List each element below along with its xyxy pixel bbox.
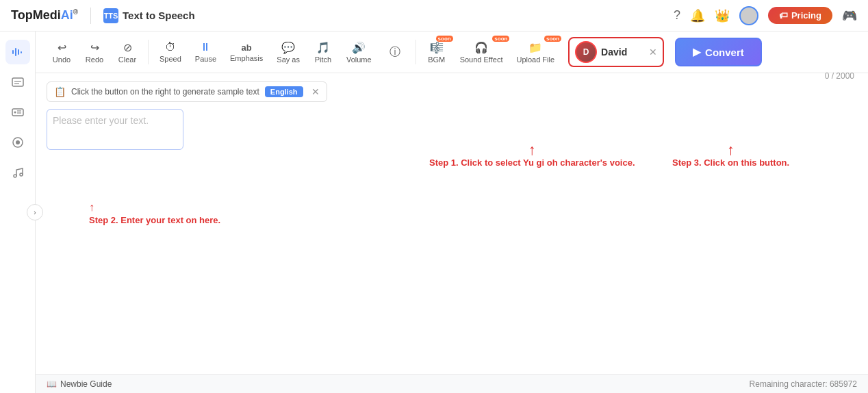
sidebar-item-voucher[interactable] xyxy=(5,100,30,125)
remaining-chars: Remaining character: 685972 xyxy=(750,379,857,389)
music-icon xyxy=(11,166,25,179)
step1-text: Step 1. Click to select Yu gi oh charact… xyxy=(429,157,635,168)
step2-arrow: ↑ xyxy=(89,201,94,214)
sidebar-item-audio[interactable] xyxy=(5,130,30,155)
redo-button[interactable]: ↪ Redo xyxy=(79,38,110,66)
step3-arrow: ↑ xyxy=(727,142,735,157)
convert-button[interactable]: ▶ Convert xyxy=(675,38,762,66)
sound-effect-button[interactable]: 🎧 Sound Effect xyxy=(455,38,509,66)
voice-name: David xyxy=(601,47,645,58)
sample-bar-text: Click the button on the right to generat… xyxy=(71,87,259,97)
sidebar-item-subtitle[interactable] xyxy=(5,70,30,94)
char-count-display: 0 / 2000 xyxy=(825,71,854,81)
svg-rect-7 xyxy=(12,109,23,116)
logo-ai: Ai xyxy=(61,8,73,22)
gift-icon[interactable]: 🎮 xyxy=(842,8,857,23)
user-avatar[interactable] xyxy=(739,6,758,25)
app-icon-label: TTS xyxy=(104,12,118,20)
newbie-label: Newbie Guide xyxy=(60,379,112,389)
step1-annotation: ↑ Step 1. Click to select Yu gi oh chara… xyxy=(429,142,635,168)
step2-text: Step 2. Enter your text on here. xyxy=(89,215,220,225)
app-icon: TTS xyxy=(103,8,118,23)
convert-label: Convert xyxy=(705,47,744,58)
sample-bar-icon: 📋 xyxy=(54,86,66,97)
pause-icon: ⏸ xyxy=(200,41,211,53)
pricing-label: Pricing xyxy=(791,10,821,21)
newbie-guide[interactable]: 📖 Newbie Guide xyxy=(47,379,112,389)
bgm-soon-badge: soon xyxy=(436,36,453,42)
svg-point-8 xyxy=(14,112,16,114)
help-icon[interactable]: ? xyxy=(674,8,680,23)
crown-icon[interactable]: 👑 xyxy=(715,8,730,23)
voice-remove-icon[interactable]: ✕ xyxy=(649,47,657,58)
svg-rect-3 xyxy=(21,51,22,53)
lang-badge: English xyxy=(265,86,303,97)
info-button[interactable]: ⓘ xyxy=(380,42,410,62)
svg-point-12 xyxy=(16,140,20,144)
svg-point-13 xyxy=(14,175,16,177)
bgm-icon: 🎼 xyxy=(430,41,444,54)
redo-icon: ↪ xyxy=(90,41,99,54)
volume-button[interactable]: 🔊 Volume xyxy=(341,38,377,66)
svg-rect-0 xyxy=(12,50,14,54)
svg-rect-2 xyxy=(18,49,19,55)
sound-effect-icon: 🎧 xyxy=(474,41,488,54)
bell-icon[interactable]: 🔔 xyxy=(690,8,705,23)
speed-button[interactable]: ⏱ Speed xyxy=(154,38,187,66)
app-title: TTS Text to Speech xyxy=(103,8,195,23)
upload-soon-badge: soon xyxy=(544,36,561,42)
subtitle-icon xyxy=(11,75,25,89)
layout: › ↩ Undo ↪ Redo ⊘ Clear ⏱ Speed xyxy=(0,31,868,393)
svg-point-14 xyxy=(20,173,23,176)
audio-icon xyxy=(11,136,25,149)
pause-button[interactable]: ⏸ Pause xyxy=(190,38,222,66)
clear-button[interactable]: ⊘ Clear xyxy=(112,38,142,66)
convert-play-icon: ▶ xyxy=(693,46,701,58)
header-left: TopMediAi® TTS Text to Speech xyxy=(11,8,195,24)
sound-effect-wrap: 🎧 Sound Effect soon xyxy=(455,38,509,66)
svg-rect-1 xyxy=(15,48,16,56)
separator-1 xyxy=(148,40,149,64)
waveform-icon xyxy=(11,45,25,59)
step1-arrow: ↑ xyxy=(528,142,536,157)
sidebar-toggle[interactable]: › xyxy=(27,204,43,220)
speed-icon: ⏱ xyxy=(165,41,176,53)
pitch-icon: 🎵 xyxy=(316,41,330,54)
pricing-icon: 🏷 xyxy=(779,10,788,21)
emphasis-icon: ab xyxy=(242,42,252,53)
volume-icon: 🔊 xyxy=(352,41,366,54)
sample-close-icon[interactable]: ✕ xyxy=(311,86,320,97)
pitch-button[interactable]: 🎵 Pitch xyxy=(308,38,338,66)
info-icon: ⓘ xyxy=(390,45,400,60)
voice-avatar: D xyxy=(575,41,597,63)
divider xyxy=(90,8,91,24)
main-content: ↩ Undo ↪ Redo ⊘ Clear ⏱ Speed ⏸ Pause xyxy=(36,31,868,393)
newbie-icon: 📖 xyxy=(47,379,57,389)
sidebar-item-music[interactable] xyxy=(5,160,30,185)
step3-text: Step 3. Click on this button. xyxy=(672,157,789,168)
voice-selector[interactable]: D David ✕ xyxy=(568,37,664,67)
bgm-wrap: 🎼 BGM soon xyxy=(422,38,452,66)
step3-annotation: ↑ Step 3. Click on this button. xyxy=(672,142,789,168)
upload-icon: 📁 xyxy=(528,41,542,54)
sound-soon-badge: soon xyxy=(492,36,509,42)
undo-button[interactable]: ↩ Undo xyxy=(47,38,77,66)
toolbar: ↩ Undo ↪ Redo ⊘ Clear ⏱ Speed ⏸ Pause xyxy=(36,31,868,73)
say-as-button[interactable]: 💬 Say as xyxy=(271,38,305,66)
svg-rect-4 xyxy=(12,78,23,86)
step2-annotation: ↑ Step 2. Enter your text on here. xyxy=(89,201,220,225)
voucher-icon xyxy=(11,105,25,119)
undo-icon: ↩ xyxy=(58,41,66,54)
bgm-button[interactable]: 🎼 BGM xyxy=(422,38,452,66)
clear-icon: ⊘ xyxy=(123,41,132,54)
sidebar-item-waveform[interactable] xyxy=(5,40,30,64)
say-as-icon: 💬 xyxy=(281,41,295,54)
upload-button[interactable]: 📁 Upload File xyxy=(511,38,560,66)
logo: TopMediAi® xyxy=(11,8,78,23)
pricing-button[interactable]: 🏷 Pricing xyxy=(768,7,832,24)
app-title-text: Text to Speech xyxy=(123,10,195,21)
header: TopMediAi® TTS Text to Speech ? 🔔 👑 🏷 Pr… xyxy=(0,0,868,31)
sample-bar: 📋 Click the button on the right to gener… xyxy=(47,81,327,102)
text-input[interactable] xyxy=(47,109,183,150)
emphasis-button[interactable]: ab Emphasis xyxy=(225,40,268,65)
